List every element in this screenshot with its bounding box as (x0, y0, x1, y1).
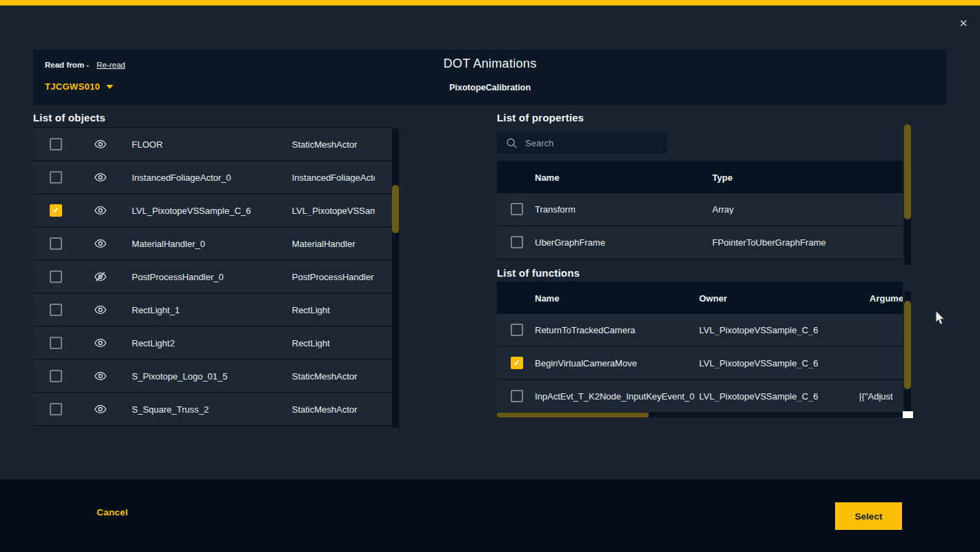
row-checkbox[interactable]: ✓ (50, 138, 62, 150)
function-arguments: [{"Adjust (859, 391, 903, 402)
search-icon (506, 137, 518, 149)
table-row: ✓ FLOOR StaticMeshActor (33, 128, 392, 161)
top-accent-bar (0, 0, 980, 6)
table-row: ✓ InpActEvt_T_K2Node_InputKeyEvent_0 LVL… (497, 380, 903, 413)
function-owner: LVL_PixotopeVSSample_C_6 (699, 358, 856, 368)
app-window: ✕ Read from - Re-read TJCGWS010 DOT Anim… (0, 0, 980, 552)
dialog-header: Read from - Re-read TJCGWS010 DOT Animat… (33, 50, 947, 105)
row-checkbox[interactable]: ✓ (511, 390, 523, 402)
object-name: S_Square_Truss_2 (132, 404, 209, 415)
row-checkbox[interactable]: ✓ (50, 237, 62, 250)
functions-scrollbar-thumb[interactable] (904, 301, 911, 389)
properties-heading: List of properties (497, 112, 584, 124)
row-checkbox[interactable]: ✓ (511, 203, 523, 215)
eye-icon[interactable] (94, 237, 107, 250)
mouse-cursor (935, 310, 945, 328)
row-checkbox[interactable]: ✓ (50, 337, 62, 349)
property-name: UberGraphFrame (535, 237, 605, 248)
eye-icon[interactable] (94, 138, 107, 151)
table-row: ✓ S_Square_Truss_2 StaticMeshActor (33, 393, 392, 426)
property-type: FPointerToUberGraphFrame (712, 237, 896, 248)
object-type: RectLight (292, 305, 375, 315)
objects-scrollbar[interactable] (392, 128, 399, 428)
check-icon: ✓ (512, 358, 522, 368)
property-type: Array (712, 204, 896, 215)
table-row: ✓ S_Pixotope_Logo_01_5 StaticMeshActor (33, 360, 392, 393)
eye-icon[interactable] (94, 171, 107, 184)
function-owner: LVL_PixotopeVSSample_C_6 (699, 391, 856, 402)
dialog-footer: Cancel Select (0, 480, 980, 552)
functions-table-header: Name Owner Arguments (497, 282, 903, 314)
object-name: RectLight2 (132, 338, 175, 348)
properties-table-header: Name Type (497, 161, 903, 193)
column-header-name: Name (535, 172, 559, 182)
scrollbar-corner (903, 411, 913, 418)
properties-scrollbar[interactable] (904, 124, 911, 265)
objects-heading: List of objects (33, 112, 106, 124)
object-name: S_Pixotope_Logo_01_5 (132, 371, 228, 382)
functions-horizontal-scrollbar-thumb[interactable] (497, 413, 649, 417)
properties-search[interactable] (497, 132, 667, 154)
row-checkbox[interactable]: ✓ (50, 370, 62, 382)
object-name: LVL_PixotopeVSSample_C_6 (132, 206, 251, 216)
function-name: InpActEvt_T_K2Node_InputKeyEvent_0 (535, 391, 694, 402)
functions-heading: List of functions (497, 267, 580, 279)
table-row: ✓ Transform Array (497, 193, 903, 226)
objects-scrollbar-thumb[interactable] (392, 185, 399, 233)
row-checkbox[interactable]: ✓ (511, 236, 523, 248)
eye-icon[interactable] (94, 304, 107, 317)
eye-slash-icon[interactable] (94, 270, 107, 284)
object-name: PostProcessHandler_0 (132, 272, 224, 282)
table-row: ✓ InstancedFoliageActor_0 InstancedFolia… (33, 161, 392, 195)
row-checkbox[interactable]: ✓ (511, 357, 523, 369)
row-checkbox[interactable]: ✓ (50, 204, 62, 217)
page-subtitle: PixotopeCalibration (33, 83, 947, 92)
object-name: RectLight_1 (132, 305, 179, 315)
table-row: ✓ MaterialHandler_0 MaterialHandler (33, 228, 392, 261)
table-row: ✓ LVL_PixotopeVSSample_C_6 LVL_PixotopeV… (33, 195, 392, 228)
select-button[interactable]: Select (835, 502, 902, 530)
check-icon: ✓ (51, 206, 61, 215)
table-row: ✓ RectLight_1 RectLight (33, 294, 392, 327)
table-row: ✓ BeginVirtualCameraMove LVL_PixotopeVSS… (497, 347, 903, 380)
eye-icon[interactable] (94, 370, 107, 383)
object-type: InstancedFoliageActor (292, 172, 375, 183)
column-header-arguments: Arguments (870, 293, 903, 303)
object-type: RectLight (292, 338, 375, 348)
property-name: Transform (535, 204, 576, 215)
object-type: StaticMeshActor (292, 404, 375, 415)
function-name: ReturnToTrackedCamera (535, 325, 635, 335)
row-checkbox[interactable]: ✓ (50, 171, 62, 184)
table-row: ✓ UberGraphFrame FPointerToUberGraphFram… (497, 226, 903, 259)
table-row: ✓ ReturnToTrackedCamera LVL_PixotopeVSSa… (497, 314, 903, 347)
column-header-type: Type (712, 172, 732, 182)
table-row: ✓ RectLight2 RectLight (33, 327, 392, 360)
close-icon[interactable]: ✕ (957, 17, 970, 30)
function-name: BeginVirtualCameraMove (535, 358, 637, 368)
table-row: ✓ PostProcessHandler_0 PostProcessHandle… (33, 261, 392, 294)
row-checkbox[interactable]: ✓ (50, 270, 62, 283)
eye-icon[interactable] (94, 204, 107, 217)
object-name: MaterialHandler_0 (132, 239, 205, 249)
object-name: InstancedFoliageActor_0 (132, 172, 231, 183)
search-input[interactable] (524, 137, 658, 149)
page-title: DOT Animations (33, 57, 947, 71)
object-type: StaticMeshActor (292, 371, 375, 382)
object-type: MaterialHandler (292, 239, 375, 249)
functions-horizontal-scrollbar[interactable] (497, 413, 903, 417)
object-name: FLOOR (132, 139, 163, 150)
functions-scrollbar[interactable] (904, 291, 911, 413)
function-owner: LVL_PixotopeVSSample_C_6 (699, 325, 856, 335)
cancel-button[interactable]: Cancel (97, 507, 128, 518)
eye-icon[interactable] (94, 403, 107, 416)
row-checkbox[interactable]: ✓ (50, 403, 62, 415)
object-type: StaticMeshActor (292, 139, 375, 150)
column-header-name: Name (535, 293, 559, 303)
objects-table: ✓ FLOOR StaticMeshActor ✓ InstancedFolia… (33, 127, 392, 426)
eye-icon[interactable] (94, 337, 107, 350)
row-checkbox[interactable]: ✓ (511, 324, 523, 336)
row-checkbox[interactable]: ✓ (50, 304, 62, 316)
object-type: PostProcessHandler (292, 272, 375, 282)
column-header-owner: Owner (699, 293, 727, 303)
properties-scrollbar-thumb[interactable] (904, 124, 911, 219)
